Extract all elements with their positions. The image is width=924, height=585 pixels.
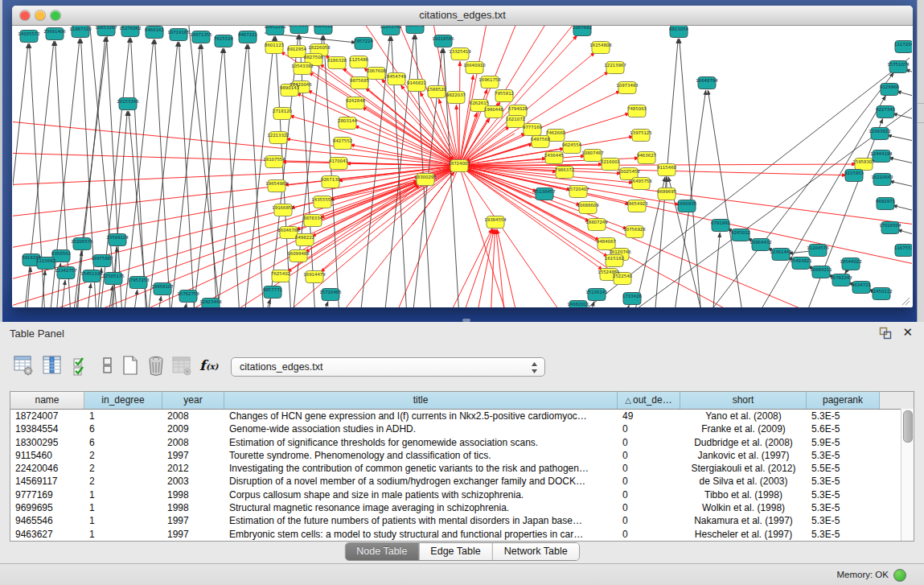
table-row[interactable]: 1938455462009Genome-wide association stu… — [10, 422, 914, 435]
cell-name[interactable]: 14569117 — [10, 475, 84, 488]
cell-name[interactable]: 9699695 — [10, 501, 84, 514]
column-header-title[interactable]: title — [224, 392, 618, 409]
column-header-name[interactable]: name — [10, 392, 84, 409]
tab-edge-table[interactable]: Edge Table — [419, 543, 492, 560]
cell-in_degree[interactable]: 6 — [84, 422, 162, 435]
new-document-icon[interactable] — [120, 354, 141, 377]
cell-out_de[interactable]: 0 — [618, 436, 680, 449]
cell-out_de[interactable]: 0 — [618, 422, 680, 435]
cell-in_degree[interactable]: 1 — [84, 528, 162, 541]
cell-year[interactable]: 1998 — [162, 501, 224, 514]
close-panel-icon[interactable]: ✕ — [902, 326, 913, 339]
cell-title[interactable]: Genome-wide association studies in ADHD. — [224, 422, 618, 435]
deselect-rows-icon[interactable] — [97, 354, 118, 377]
table-row[interactable]: 1830029562008Estimation of significance … — [10, 436, 914, 449]
table-row[interactable]: 946554611997Estimation of the future num… — [10, 514, 914, 527]
cell-pagerank[interactable]: 5.3E-5 — [807, 410, 880, 422]
column-header-pagerank[interactable]: pagerank — [807, 392, 880, 409]
vertical-scrollbar[interactable] — [901, 409, 914, 541]
cell-name[interactable]: 18300295 — [10, 436, 84, 449]
table-row[interactable]: 1456911722003Disruption of a novel membe… — [10, 475, 914, 488]
tab-node-table[interactable]: Node Table — [345, 543, 419, 560]
cell-in_degree[interactable]: 1 — [84, 488, 162, 501]
network-table-selector[interactable]: citations_edges.txt — [231, 357, 545, 377]
cell-in_degree[interactable]: 2 — [84, 462, 162, 475]
tab-network-table[interactable]: Network Table — [493, 543, 579, 560]
cell-out_de[interactable]: 0 — [618, 501, 680, 514]
cell-title[interactable]: Embryonic stem cells: a model to study s… — [224, 528, 618, 541]
cell-short[interactable]: Hescheler et al. (1997) — [680, 528, 807, 541]
column-header-in_degree[interactable]: in_degree — [84, 392, 162, 409]
cell-in_degree[interactable]: 1 — [84, 410, 162, 422]
cell-out_de[interactable]: 0 — [618, 488, 680, 501]
scrollbar-thumb[interactable] — [903, 410, 913, 443]
column-visibility-icon[interactable] — [42, 354, 63, 377]
cell-title[interactable]: Disruption of a novel member of a sodium… — [224, 475, 618, 488]
cell-out_de[interactable]: 0 — [618, 528, 680, 541]
column-header-year[interactable]: year — [162, 392, 224, 409]
cell-name[interactable]: 9115460 — [10, 449, 84, 462]
table-row[interactable]: 977716911998Corpus callosum shape and si… — [10, 488, 914, 501]
cell-in_degree[interactable]: 1 — [84, 501, 162, 514]
cell-title[interactable]: Corpus callosum shape and size in male p… — [224, 488, 618, 501]
float-panel-icon[interactable] — [879, 327, 892, 340]
cell-pagerank[interactable]: 5.3E-5 — [807, 488, 880, 501]
cell-out_de[interactable]: 0 — [618, 514, 680, 527]
cell-name[interactable]: 9777169 — [10, 488, 84, 501]
cell-name[interactable]: 9465546 — [10, 514, 84, 527]
column-header-short[interactable]: short — [680, 392, 807, 409]
cell-year[interactable]: 2003 — [162, 475, 224, 488]
memory-status-indicator[interactable] — [893, 569, 906, 582]
table-row[interactable]: 1872400712008Changes of HCN gene express… — [10, 410, 914, 422]
cell-year[interactable]: 2012 — [162, 462, 224, 475]
cell-pagerank[interactable]: 5.6E-5 — [807, 422, 880, 435]
cell-in_degree[interactable]: 2 — [84, 449, 162, 462]
cell-short[interactable]: Franke et al. (2009) — [680, 422, 807, 435]
network-canvas[interactable]: 1872400718300295193845549115460969969522… — [13, 26, 912, 307]
cell-pagerank[interactable]: 5.3E-5 — [807, 514, 880, 527]
node-table[interactable]: namein_degreeyeartitle△out_de…shortpager… — [10, 391, 914, 542]
resize-grip-icon[interactable] — [901, 296, 910, 306]
cell-title[interactable]: Structural magnetic resonance image aver… — [224, 501, 618, 514]
cell-short[interactable]: de Silva et al. (2003) — [680, 475, 807, 488]
cell-name[interactable]: 9463627 — [10, 528, 84, 541]
delete-rows-icon[interactable] — [146, 354, 166, 377]
cell-pagerank[interactable]: 5.3E-5 — [807, 475, 880, 488]
table-row[interactable]: 2242004622012Investigating the contribut… — [10, 462, 914, 475]
cell-pagerank[interactable]: 5.3E-5 — [807, 501, 880, 514]
delete-table-icon[interactable] — [171, 354, 192, 377]
cell-out_de[interactable]: 0 — [618, 462, 680, 475]
cell-name[interactable]: 18724007 — [10, 410, 84, 422]
column-header-out_de[interactable]: △out_de… — [618, 392, 680, 409]
cell-title[interactable]: Investigating the contribution of common… — [224, 462, 618, 475]
cell-name[interactable]: 19384554 — [10, 422, 84, 435]
cell-title[interactable]: Estimation of significance thresholds fo… — [224, 436, 618, 449]
cell-short[interactable]: Wolkin et al. (1998) — [680, 501, 807, 514]
cell-year[interactable]: 2009 — [162, 422, 224, 435]
cell-year[interactable]: 2008 — [162, 436, 224, 449]
cell-name[interactable]: 22420046 — [10, 462, 84, 475]
table-row[interactable]: 969969511998Structural magnetic resonanc… — [10, 501, 914, 514]
window-titlebar[interactable]: citations_edges.txt — [12, 6, 913, 26]
select-all-icon[interactable] — [71, 354, 92, 377]
cell-short[interactable]: Stergiakouli et al. (2012) — [680, 462, 807, 475]
cell-year[interactable]: 1997 — [162, 449, 224, 462]
cell-in_degree[interactable]: 1 — [84, 514, 162, 527]
cell-title[interactable]: Estimation of the future numbers of pati… — [224, 514, 618, 527]
cell-year[interactable]: 1998 — [162, 488, 224, 501]
cell-short[interactable]: Jankovic et al. (1997) — [680, 449, 807, 462]
cell-year[interactable]: 2008 — [162, 410, 224, 422]
cell-short[interactable]: Tibbo et al. (1998) — [680, 488, 807, 501]
cell-in_degree[interactable]: 6 — [84, 436, 162, 449]
cell-short[interactable]: Dudbridge et al. (2008) — [680, 436, 807, 449]
cell-short[interactable]: Yano et al. (2008) — [680, 410, 807, 422]
table-settings-icon[interactable] — [13, 354, 34, 377]
cell-short[interactable]: Nakamura et al. (1997) — [680, 514, 807, 527]
cell-year[interactable]: 1997 — [162, 528, 224, 541]
cell-out_de[interactable]: 0 — [618, 475, 680, 488]
cell-pagerank[interactable]: 5.3E-5 — [807, 449, 880, 462]
cell-year[interactable]: 1997 — [162, 514, 224, 527]
function-builder-icon[interactable]: f (x) — [198, 354, 222, 377]
cell-pagerank[interactable]: 5.9E-5 — [807, 436, 880, 449]
cell-title[interactable]: Tourette syndrome. Phenomenology and cla… — [224, 449, 618, 462]
